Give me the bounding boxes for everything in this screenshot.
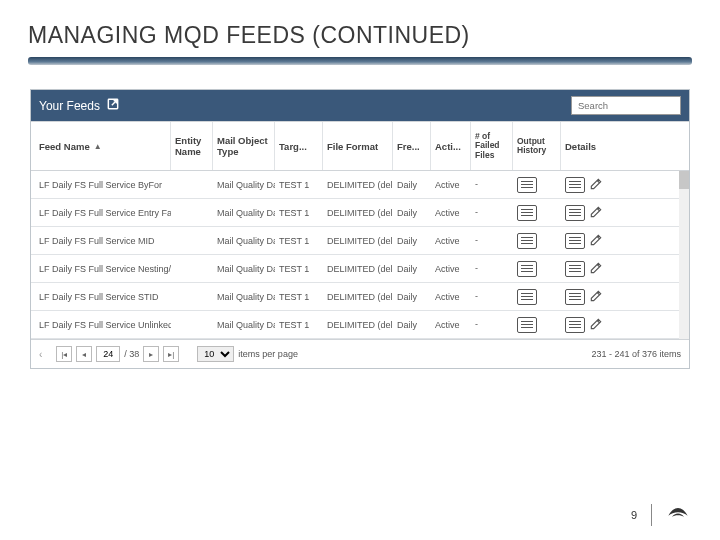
cell-active: Active bbox=[431, 174, 471, 196]
cell-mail-object-type: Mail Quality Data bbox=[213, 314, 275, 336]
cell-target: TEST 1 bbox=[275, 314, 323, 336]
slide-title: MANAGING MQD FEEDS (CONTINUED) bbox=[0, 0, 720, 57]
scrollbar-track[interactable] bbox=[679, 171, 689, 339]
pager-range: 231 - 241 of 376 items bbox=[591, 349, 681, 359]
table-row: LF Daily FS Full Service Unlinked CopalM… bbox=[31, 311, 689, 339]
eagle-logo-icon bbox=[666, 505, 690, 525]
cell-file-format: DELIMITED (del... bbox=[323, 286, 393, 308]
prev-page-button[interactable]: ◂ bbox=[76, 346, 92, 362]
edit-icon[interactable] bbox=[589, 177, 603, 193]
cell-mail-object-type: Mail Quality Data bbox=[213, 258, 275, 280]
panel-header: Your Feeds bbox=[31, 90, 689, 121]
cell-active: Active bbox=[431, 286, 471, 308]
cell-details bbox=[561, 229, 689, 253]
table-row: LF Daily FS Full Service MIDMail Quality… bbox=[31, 227, 689, 255]
list-icon[interactable] bbox=[517, 261, 537, 277]
per-page-label: items per page bbox=[238, 349, 298, 359]
cell-details bbox=[561, 257, 689, 281]
sort-asc-icon: ▲ bbox=[94, 142, 102, 151]
cell-failed: - bbox=[471, 202, 513, 224]
list-icon[interactable] bbox=[517, 317, 537, 333]
cell-target: TEST 1 bbox=[275, 174, 323, 196]
cell-frequency: Daily bbox=[393, 286, 431, 308]
col-details[interactable]: Details bbox=[561, 122, 689, 170]
table-row: LF Daily FS Full Service ByForMail Quali… bbox=[31, 171, 689, 199]
cell-feed-name: LF Daily FS Full Service Nesting/Sort... bbox=[31, 258, 171, 280]
edit-icon[interactable] bbox=[589, 317, 603, 333]
col-failed-files[interactable]: # of Failed Files bbox=[471, 122, 513, 170]
list-icon[interactable] bbox=[565, 233, 585, 249]
cell-active: Active bbox=[431, 202, 471, 224]
cell-output-history bbox=[513, 229, 561, 253]
list-icon[interactable] bbox=[565, 261, 585, 277]
cell-target: TEST 1 bbox=[275, 258, 323, 280]
cell-file-format: DELIMITED (deli... bbox=[323, 202, 393, 224]
cell-failed: - bbox=[471, 174, 513, 196]
cell-failed: - bbox=[471, 314, 513, 336]
list-icon[interactable] bbox=[565, 205, 585, 221]
total-pages: / 38 bbox=[124, 349, 139, 359]
panel-title: Your Feeds bbox=[39, 99, 100, 113]
edit-icon[interactable] bbox=[589, 261, 603, 277]
list-icon[interactable] bbox=[517, 205, 537, 221]
cell-failed: - bbox=[471, 286, 513, 308]
pager: ‹ |◂ ◂ / 38 ▸ ▸| 10 items per page 231 -… bbox=[31, 339, 689, 368]
search-input[interactable] bbox=[571, 96, 681, 115]
cell-entity bbox=[171, 263, 213, 275]
table-body: LF Daily FS Full Service ByForMail Quali… bbox=[31, 171, 689, 339]
cell-mail-object-type: Mail Quality Data bbox=[213, 202, 275, 224]
col-feed-name[interactable]: Feed Name ▲ bbox=[31, 122, 171, 170]
cell-active: Active bbox=[431, 230, 471, 252]
cell-mail-object-type: Mail Quality Data bbox=[213, 286, 275, 308]
cell-output-history bbox=[513, 257, 561, 281]
cell-output-history bbox=[513, 313, 561, 337]
cell-output-history bbox=[513, 173, 561, 197]
cell-failed: - bbox=[471, 230, 513, 252]
col-target[interactable]: Targ... bbox=[275, 122, 323, 170]
cell-file-format: DELIMITED (del... bbox=[323, 314, 393, 336]
scroll-left-icon[interactable]: ‹ bbox=[39, 349, 42, 360]
next-page-button[interactable]: ▸ bbox=[143, 346, 159, 362]
cell-active: Active bbox=[431, 258, 471, 280]
cell-frequency: Daily bbox=[393, 258, 431, 280]
list-icon[interactable] bbox=[517, 177, 537, 193]
cell-entity bbox=[171, 235, 213, 247]
cell-output-history bbox=[513, 285, 561, 309]
col-active[interactable]: Acti... bbox=[431, 122, 471, 170]
feeds-panel: Your Feeds Feed Name ▲ Entity Name Mail … bbox=[30, 89, 690, 369]
list-icon[interactable] bbox=[565, 289, 585, 305]
last-page-button[interactable]: ▸| bbox=[163, 346, 179, 362]
list-icon[interactable] bbox=[565, 317, 585, 333]
cell-entity bbox=[171, 179, 213, 191]
list-icon[interactable] bbox=[565, 177, 585, 193]
cell-feed-name: LF Daily FS Full Service Entry Facility bbox=[31, 202, 171, 224]
cell-mail-object-type: Mail Quality Data bbox=[213, 174, 275, 196]
cell-mail-object-type: Mail Quality Data bbox=[213, 230, 275, 252]
edit-icon[interactable] bbox=[589, 205, 603, 221]
first-page-button[interactable]: |◂ bbox=[56, 346, 72, 362]
scrollbar-thumb[interactable] bbox=[679, 171, 689, 189]
cell-frequency: Daily bbox=[393, 174, 431, 196]
page-input[interactable] bbox=[96, 346, 120, 362]
cell-feed-name: LF Daily FS Full Service MID bbox=[31, 230, 171, 252]
col-frequency[interactable]: Fre... bbox=[393, 122, 431, 170]
cell-entity bbox=[171, 207, 213, 219]
external-link-icon[interactable] bbox=[106, 97, 120, 114]
col-file-format[interactable]: File Format bbox=[323, 122, 393, 170]
list-icon[interactable] bbox=[517, 289, 537, 305]
cell-details bbox=[561, 201, 689, 225]
cell-target: TEST 1 bbox=[275, 286, 323, 308]
col-mail-object-type[interactable]: Mail Object Type bbox=[213, 122, 275, 170]
per-page-select[interactable]: 10 bbox=[197, 346, 234, 362]
list-icon[interactable] bbox=[517, 233, 537, 249]
cell-active: Active bbox=[431, 314, 471, 336]
edit-icon[interactable] bbox=[589, 289, 603, 305]
edit-icon[interactable] bbox=[589, 233, 603, 249]
cell-target: TEST 1 bbox=[275, 202, 323, 224]
cell-failed: - bbox=[471, 258, 513, 280]
table-row: LF Daily FS Full Service STIDMail Qualit… bbox=[31, 283, 689, 311]
col-entity[interactable]: Entity Name bbox=[171, 122, 213, 170]
table-row: LF Daily FS Full Service Nesting/Sort...… bbox=[31, 255, 689, 283]
cell-details bbox=[561, 173, 689, 197]
col-output-history[interactable]: Output History bbox=[513, 122, 561, 170]
